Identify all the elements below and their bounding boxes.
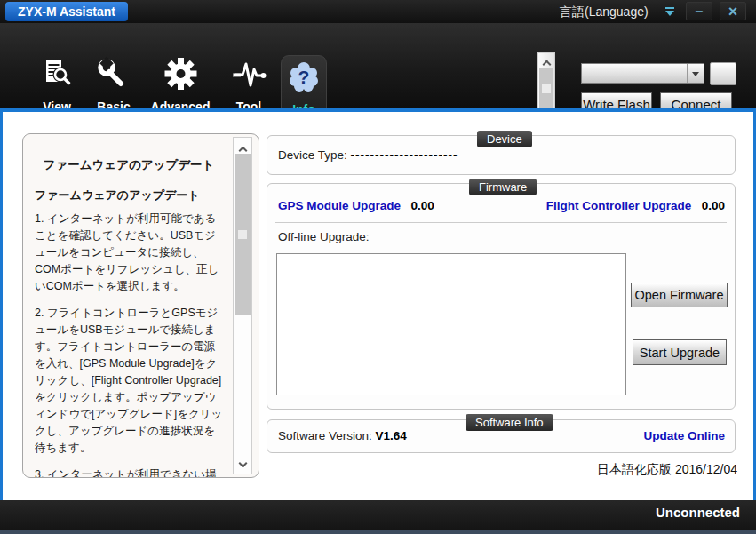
gps-version: 0.00 [410,199,434,212]
software-info-badge: Software Info [466,414,553,431]
fc-upgrade-row: Flight Controller Upgrade 0.00 [546,197,725,213]
close-button[interactable]: × [720,2,746,20]
help-step-3: 3. インターネットが利用できない場合、またはオンラインアップグレードがOKでな… [35,466,223,478]
pulse-icon [222,57,275,94]
update-online-link[interactable]: Update Online [643,429,725,442]
fc-version: 0.00 [702,199,725,212]
offline-upgrade-label: Off-line Upgrade: [278,230,370,243]
title-bar: ZYX-M Assistant 言語(Language) – × [0,0,756,23]
help-heading: ファームウェアのアップデート [35,187,223,203]
status-bar: Unconnected [0,500,756,530]
software-version-label: Software Version: [278,429,372,442]
software-version-row: Software Version: V1.64 [278,429,407,442]
gear-icon [140,57,220,94]
help-panel-scrollbar[interactable] [233,137,252,474]
refresh-port-button[interactable] [710,62,736,85]
main-toolbar: View Basic [0,23,756,108]
document-search-icon [30,57,84,94]
scroll-down-icon[interactable] [234,454,251,470]
firmware-group-badge: Firmware [469,179,537,195]
help-step-1: 1. インターネットが利用可能であることを確認してください。USBモジュールをコ… [35,211,223,295]
language-menu[interactable]: 言語(Language) [560,4,649,20]
localization-note: 日本語化応版 2016/12/04 [597,462,737,478]
window-title: ZYX-M Assistant [5,2,128,21]
device-type-row: Device Type: ---------------------- [278,148,458,162]
help-title: ファームウェアのアップデート [35,157,223,173]
software-version-value: V1.64 [376,429,407,442]
gps-module-upgrade-link[interactable]: GPS Module Upgrade [278,199,401,212]
firmware-separator [275,222,727,223]
connection-status: Unconnected [656,505,740,520]
question-cloud-icon: ? [282,60,326,97]
device-type-value: ---------------------- [351,148,458,162]
help-step-2: 2. フライトコントローラとGPSモジュールをUSBモジュールで接続します。フラ… [35,305,223,457]
combo-dropdown-icon[interactable] [687,64,704,83]
minimize-button[interactable]: – [686,2,712,20]
window-bottom-border [0,530,756,534]
help-panel: ファームウェアのアップデート ファームウェアのアップデート 1. インターネット… [22,133,259,478]
scrollbar-thumb[interactable] [539,68,553,110]
language-dropdown-icon[interactable] [664,7,675,18]
offline-upgrade-textarea[interactable] [276,253,626,395]
gps-upgrade-row: GPS Module Upgrade 0.00 [278,197,434,213]
flight-controller-upgrade-link[interactable]: Flight Controller Upgrade [546,199,692,212]
svg-text:?: ? [298,67,310,87]
scrollbar-thumb[interactable] [235,154,251,315]
start-upgrade-button[interactable]: Start Upgrade [633,339,727,365]
device-type-label: Device Type: [278,148,347,162]
wrench-icon [87,57,140,94]
com-port-select[interactable] [581,63,704,84]
open-firmware-button[interactable]: Open Firmware [631,283,728,307]
device-group-badge: Device [477,131,532,147]
